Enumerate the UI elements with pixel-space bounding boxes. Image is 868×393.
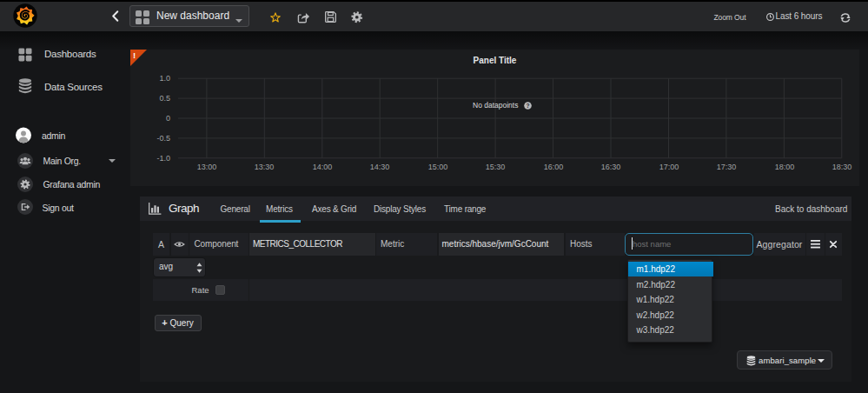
svg-text:?: ? (526, 103, 529, 109)
